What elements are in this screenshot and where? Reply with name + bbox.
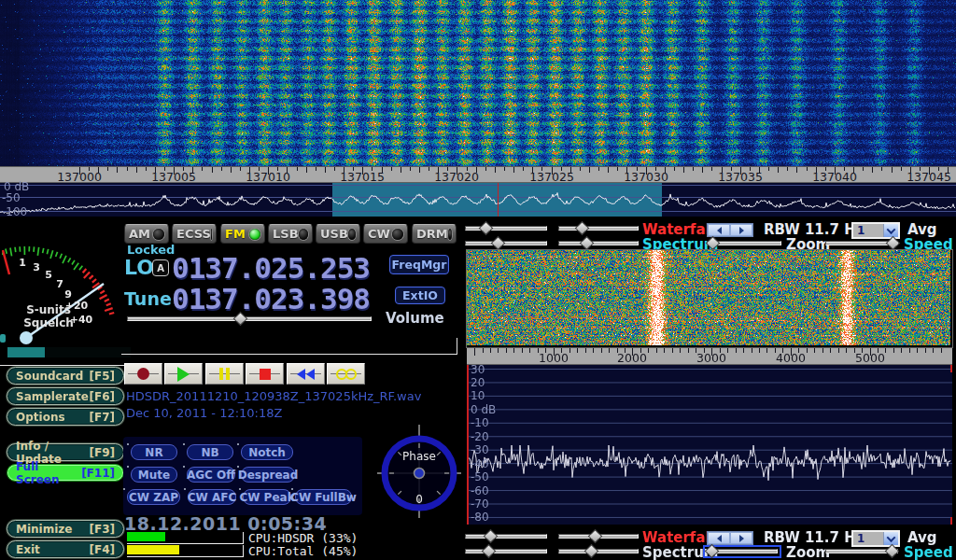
mode-drm-label: DRM (416, 227, 448, 241)
info-update-button[interactable]: Info / Update[F9] (7, 443, 124, 461)
minimize-key: [F3] (89, 523, 115, 536)
main-spectrum-db-50: -50 (2, 191, 21, 204)
zoom-slider-bottom[interactable] (707, 549, 778, 553)
main-scale-label: 137030 (624, 170, 668, 184)
wf-brightness-thumb-top[interactable] (478, 221, 493, 236)
wf-brightness-slider-top[interactable] (465, 226, 547, 231)
locked-status: Locked (127, 243, 175, 257)
soundcard-key: [F5] (89, 370, 115, 383)
wf-brightness-thumb-bottom[interactable] (484, 529, 499, 544)
zoom-slider-top[interactable] (707, 241, 781, 245)
rx-waterfall-display[interactable] (467, 250, 950, 345)
wf-contrast-slider-bottom[interactable] (558, 534, 639, 539)
squelch-bar[interactable] (7, 347, 131, 357)
pan-left-button-top[interactable] (708, 224, 730, 236)
notch-button[interactable]: Notch (241, 444, 293, 460)
options-label: Options (16, 411, 65, 424)
speed-slider-top[interactable] (825, 241, 898, 245)
lo-auto-badge[interactable]: A (152, 259, 169, 276)
mode-cw-button[interactable]: CW (363, 224, 408, 244)
nb-button[interactable]: NB (187, 444, 233, 460)
recording-timestamp: Dec 10, 2011 - 12:10:18Z (126, 406, 282, 420)
mode-am-button[interactable]: AM (124, 224, 169, 244)
agc-off-button[interactable]: AGC Off (187, 467, 235, 483)
play-button[interactable] (164, 363, 203, 385)
stop-button[interactable] (246, 363, 284, 385)
options-key: [F7] (89, 411, 115, 424)
spec-brightness-thumb-top[interactable] (491, 236, 506, 251)
cw-afc-button[interactable]: CW AFC (188, 489, 236, 505)
wf-contrast-slider-top[interactable] (558, 226, 639, 231)
mode-fm-label: FM (225, 227, 246, 241)
volume-slider[interactable] (127, 316, 372, 321)
avg-combo-value-top: 1 (853, 224, 883, 237)
mute-button[interactable]: Mute (131, 467, 177, 483)
exit-button[interactable]: Exit[F4] (7, 540, 124, 558)
rx-db-label: -50 (471, 470, 489, 483)
pan-scrollbar-bottom[interactable] (707, 531, 753, 545)
spec-contrast-thumb-bottom[interactable] (583, 544, 598, 559)
cpu-hdsdr-label: CPU:HDSDR (33%) (248, 531, 358, 545)
main-waterfall-display[interactable] (0, 0, 956, 166)
wf-brightness-slider-bottom[interactable] (465, 534, 547, 539)
wf-contrast-thumb-top[interactable] (574, 221, 589, 236)
rx-spectrum-display[interactable] (467, 365, 952, 525)
chevron-down-icon (887, 533, 896, 542)
s-meter[interactable]: 1 3 5 7 9 +20 +40 S-units Squelch (2, 222, 123, 349)
nr-button[interactable]: NR (131, 444, 177, 460)
cw-fullbw-button[interactable]: CW FullBw (295, 489, 352, 505)
mode-ecss-button[interactable]: ECSS (172, 224, 217, 244)
speed-label-bottom: Speed (904, 544, 953, 560)
loop-button[interactable] (327, 363, 365, 385)
wf-contrast-thumb-bottom[interactable] (588, 529, 603, 544)
spec-contrast-slider-bottom[interactable] (558, 549, 639, 553)
options-button[interactable]: Options[F7] (7, 408, 124, 426)
freqmgr-button[interactable]: FreqMgr (389, 255, 449, 274)
main-scale-label: 137035 (718, 170, 763, 184)
main-scale-label: 137040 (812, 170, 857, 184)
spec-contrast-thumb-top[interactable] (580, 236, 595, 251)
cw-peak-button[interactable]: CW Peak (243, 489, 291, 505)
main-scale-label: 137010 (246, 170, 290, 184)
sidebar-divider (0, 365, 124, 366)
extio-button[interactable]: ExtIO (395, 287, 445, 304)
rewind-button[interactable] (287, 363, 325, 385)
soundcard-button[interactable]: Soundcard[F5] (7, 367, 124, 385)
main-scale-label: 137025 (529, 170, 574, 184)
despread-button[interactable]: Despread (241, 467, 295, 483)
spec-contrast-slider-top[interactable] (558, 241, 639, 245)
mode-fm-button[interactable]: FM (220, 224, 265, 244)
lo-frequency-display[interactable]: 0137.025.253 (172, 251, 370, 285)
squelch-mini-thumb[interactable] (0, 334, 6, 343)
record-button[interactable] (124, 363, 162, 385)
cw-zap-button[interactable]: CW ZAP (127, 489, 180, 505)
mode-usb-button[interactable]: USB (316, 224, 360, 244)
volume-label: Volume (386, 310, 444, 327)
speed-slider-bottom[interactable] (825, 549, 898, 553)
rx-frequency-scale[interactable]: 10002000300040005000 (467, 347, 952, 365)
pan-left-button-bottom[interactable] (708, 532, 730, 544)
pan-scrollbar-top[interactable] (707, 223, 753, 237)
spec-brightness-slider-top[interactable] (465, 241, 547, 245)
tune-label: Tune (124, 288, 172, 309)
zoom-label-bottom: Zoom (786, 544, 830, 560)
samplerate-button[interactable]: Samplerate[F6] (7, 387, 124, 405)
fullscreen-button[interactable]: Full Screen[F11] (7, 464, 124, 482)
mode-drm-button[interactable]: DRM (412, 224, 457, 244)
rx-scale-label: 1000 (539, 351, 569, 365)
minimize-button[interactable]: Minimize[F3] (7, 520, 124, 538)
main-frequency-scale[interactable]: 1370001370051370101370151370201370251370… (0, 166, 956, 183)
pause-button[interactable] (205, 363, 244, 385)
pan-right-button-bottom[interactable] (730, 532, 752, 544)
combo-dropdown-button-bottom[interactable] (883, 532, 898, 545)
tune-frequency-display[interactable]: 0137.023.398 (172, 282, 370, 315)
mode-lsb-button[interactable]: LSB (268, 224, 313, 244)
pan-right-button-top[interactable] (730, 224, 752, 236)
main-spectrum-display[interactable] (0, 183, 956, 217)
combo-dropdown-button-top[interactable] (883, 224, 898, 237)
spec-brightness-thumb-bottom[interactable] (482, 544, 497, 559)
spec-brightness-slider-bottom[interactable] (465, 549, 547, 553)
middle-divider-corner (457, 338, 457, 354)
loop-icon (336, 369, 357, 380)
avg-combo-value-bottom: 1 (853, 532, 883, 545)
